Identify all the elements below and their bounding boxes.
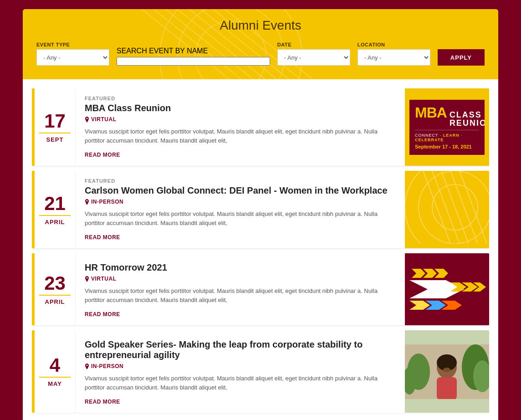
event-card: 23 APRIL HR Tomorrow 2021 VIRTUAL Vivamu… bbox=[32, 253, 489, 326]
svg-marker-19 bbox=[412, 269, 425, 278]
events-list: 17 SEPT FEATURED MBA Class Reunion VIRTU… bbox=[23, 79, 498, 420]
event-image bbox=[405, 171, 489, 248]
svg-point-17 bbox=[419, 171, 489, 244]
event-date-month: APRIL bbox=[39, 215, 71, 225]
svg-line-14 bbox=[460, 171, 487, 244]
event-description: Vivamus suscipit tortor eget felis portt… bbox=[85, 374, 396, 392]
mba-reunion-dark-section: MBA CLASS REUNION CONNECT · LEARN · CELE… bbox=[409, 100, 485, 155]
event-date: 21 APRIL bbox=[35, 171, 76, 248]
event-location-type: VIRTUAL bbox=[91, 276, 117, 282]
event-date: 4 MAY bbox=[35, 330, 76, 413]
mba-large-text: MBA bbox=[415, 105, 447, 120]
event-tag: FEATURED bbox=[85, 96, 396, 101]
event-location-type: VIRTUAL bbox=[91, 116, 117, 123]
event-location: IN-PERSON bbox=[85, 363, 396, 369]
mba-divider bbox=[415, 130, 479, 130]
event-type-group: EVENT TYPE - Any - bbox=[36, 42, 109, 66]
read-more-link[interactable]: READ MORE bbox=[85, 152, 120, 158]
event-description: Vivamus suscipit tortor eget felis portt… bbox=[85, 127, 396, 145]
mba-dates: September 17 - 18, 2021 bbox=[415, 144, 479, 149]
location-pin-icon bbox=[85, 276, 89, 282]
event-location-type: IN-PERSON bbox=[91, 363, 123, 369]
filter-section: Alumni Events EVENT TYPE - Any - SEARCH … bbox=[23, 9, 498, 79]
svg-line-13 bbox=[450, 171, 478, 244]
apply-button[interactable]: APPLY bbox=[438, 49, 485, 66]
date-group: DATE - Any - bbox=[277, 42, 350, 66]
search-group: SEARCH EVENT BY NAME bbox=[117, 47, 270, 66]
event-card: 4 MAY Gold Speaker Series- Making the le… bbox=[32, 330, 489, 413]
mba-class-text: CLASS bbox=[449, 111, 485, 119]
event-content: FEATURED Carlson Women Global Connect: D… bbox=[76, 171, 405, 248]
event-location: VIRTUAL bbox=[85, 276, 396, 282]
location-label: LOCATION bbox=[358, 42, 430, 47]
location-pin-icon bbox=[85, 364, 89, 369]
event-title: MBA Class Reunion bbox=[85, 103, 396, 113]
hr-tomorrow-image bbox=[405, 253, 489, 325]
mba-reunion-text: REUNION bbox=[449, 119, 485, 127]
search-label: SEARCH EVENT BY NAME bbox=[117, 47, 270, 55]
svg-line-11 bbox=[432, 171, 460, 244]
svg-rect-35 bbox=[437, 377, 457, 399]
event-content: FEATURED MBA Class Reunion VIRTUAL Vivam… bbox=[76, 88, 405, 166]
event-date-month: MAY bbox=[39, 377, 71, 387]
event-date-number: 23 bbox=[44, 274, 66, 293]
event-title: Carlson Women Global Connect: DEI Panel … bbox=[85, 185, 396, 196]
read-more-link[interactable]: READ MORE bbox=[85, 234, 120, 241]
event-date: 23 APRIL bbox=[35, 253, 76, 325]
event-location: VIRTUAL bbox=[85, 116, 396, 123]
location-pin-icon bbox=[85, 199, 89, 205]
search-input[interactable] bbox=[117, 57, 270, 66]
location-select[interactable]: - Any - bbox=[358, 49, 430, 66]
svg-point-18 bbox=[405, 171, 489, 244]
event-date-number: 17 bbox=[44, 112, 66, 131]
event-image bbox=[405, 330, 489, 413]
event-image: MBA CLASS REUNION CONNECT · LEARN · CELE… bbox=[405, 88, 489, 166]
event-card: 21 APRIL FEATURED Carlson Women Global C… bbox=[32, 171, 489, 249]
mba-tagline: CONNECT · LEARN · CELEBRATE bbox=[415, 133, 479, 142]
page-wrapper: Alumni Events EVENT TYPE - Any - SEARCH … bbox=[23, 9, 498, 420]
gold-speaker-image bbox=[405, 330, 489, 413]
event-location: IN-PERSON bbox=[85, 199, 396, 205]
event-content: Gold Speaker Series- Making the leap fro… bbox=[76, 330, 405, 413]
date-select[interactable]: - Any - bbox=[277, 49, 350, 66]
svg-marker-26 bbox=[409, 301, 430, 310]
event-date-month: SEPT bbox=[39, 133, 71, 143]
read-more-link[interactable]: READ MORE bbox=[85, 399, 120, 405]
event-content: HR Tomorrow 2021 VIRTUAL Vivamus suscipi… bbox=[76, 253, 405, 325]
event-description: Vivamus suscipit tortor eget felis portt… bbox=[85, 210, 396, 227]
read-more-link[interactable]: READ MORE bbox=[85, 311, 120, 318]
event-date-number: 21 bbox=[44, 194, 66, 213]
event-date-number: 4 bbox=[50, 356, 60, 375]
mba-reunion-image: MBA CLASS REUNION CONNECT · LEARN · CELE… bbox=[405, 88, 489, 166]
location-group: LOCATION - Any - bbox=[358, 42, 430, 66]
date-label: DATE bbox=[277, 42, 350, 47]
page-title: Alumni Events bbox=[36, 18, 485, 33]
event-type-label: EVENT TYPE bbox=[36, 42, 109, 47]
filter-row: EVENT TYPE - Any - SEARCH EVENT BY NAME … bbox=[36, 42, 485, 66]
svg-point-37 bbox=[443, 368, 450, 372]
event-title: HR Tomorrow 2021 bbox=[85, 262, 396, 273]
location-pin-icon bbox=[85, 117, 89, 123]
svg-line-15 bbox=[423, 171, 450, 244]
event-date: 17 SEPT bbox=[35, 88, 76, 166]
carlson-women-image bbox=[405, 171, 489, 248]
event-location-type: IN-PERSON bbox=[91, 199, 123, 205]
event-image bbox=[405, 253, 489, 325]
event-description: Vivamus suscipit tortor eget felis portt… bbox=[85, 287, 396, 304]
event-tag: FEATURED bbox=[85, 178, 396, 184]
event-date-month: APRIL bbox=[39, 295, 71, 305]
svg-line-12 bbox=[441, 171, 469, 244]
event-title: Gold Speaker Series- Making the leap fro… bbox=[85, 339, 396, 360]
event-type-select[interactable]: - Any - bbox=[36, 49, 109, 66]
event-card: 17 SEPT FEATURED MBA Class Reunion VIRTU… bbox=[32, 88, 489, 166]
